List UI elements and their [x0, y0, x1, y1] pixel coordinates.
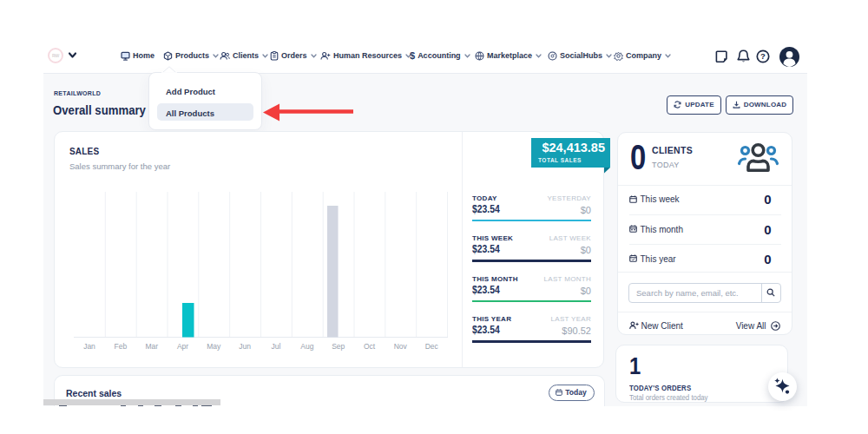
svg-text:Sep: Sep [332, 342, 345, 351]
svg-text:Oct: Oct [364, 342, 376, 351]
svg-text:Feb: Feb [114, 342, 127, 351]
svg-text:Apr: Apr [177, 342, 188, 351]
svg-text:Jun: Jun [239, 342, 251, 351]
svg-text:Dec: Dec [425, 342, 439, 351]
svg-text:Jan: Jan [83, 342, 95, 351]
svg-text:?: ? [760, 51, 766, 61]
svg-text:May: May [207, 342, 221, 351]
svg-text:Aug: Aug [300, 342, 313, 351]
svg-text:Jul: Jul [272, 342, 281, 351]
svg-text:Mar: Mar [145, 342, 158, 351]
svg-text:Nov: Nov [394, 342, 408, 351]
